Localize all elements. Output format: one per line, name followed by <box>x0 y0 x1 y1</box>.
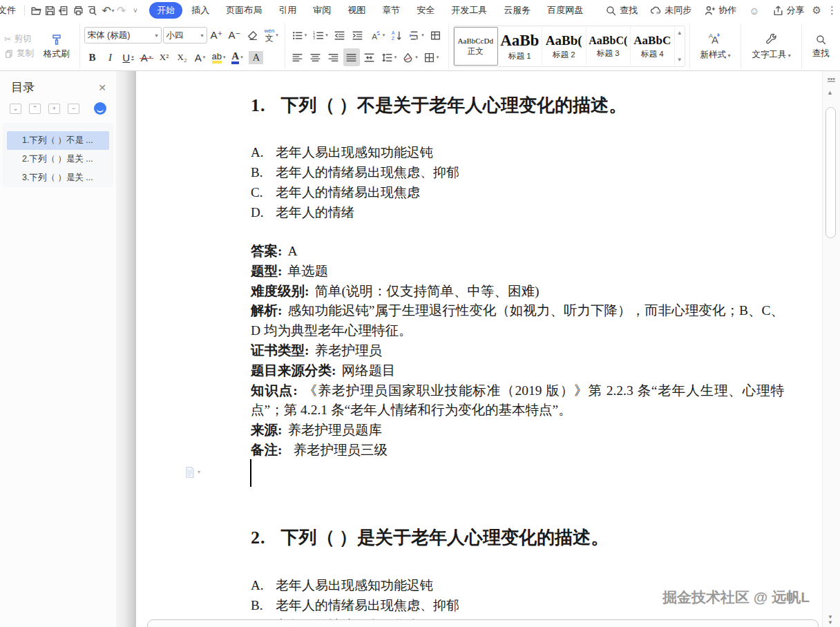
tab-insert[interactable]: 插入 <box>184 2 217 19</box>
cut-button[interactable]: ✂剪切 <box>4 33 34 45</box>
find-button[interactable]: 查找 <box>600 4 642 17</box>
svg-text:A: A <box>709 32 713 39</box>
format-painter-button[interactable]: 格式刷 <box>38 33 75 60</box>
tab-home[interactable]: 开始 <box>149 2 182 19</box>
style-heading3[interactable]: AaBbC(标题 3 <box>586 27 631 66</box>
file-menu[interactable]: 文件 <box>0 4 20 17</box>
option-row: B.老年人的情绪易出现焦虑、抑郁 <box>251 162 790 182</box>
align-right-button[interactable] <box>325 48 342 66</box>
format-painter-icon <box>50 33 64 47</box>
borders-button[interactable] <box>421 48 441 66</box>
char-border-button[interactable]: A <box>192 48 209 66</box>
scroll-down-icons[interactable]: ▼▼ <box>828 615 833 626</box>
numbered-list-button[interactable]: 123 <box>310 26 330 44</box>
justify-icon <box>345 52 357 64</box>
meta-row: 题目来源分类:网络题目 <box>251 361 784 381</box>
copy-button[interactable]: 复制 <box>4 48 34 59</box>
tab-review[interactable]: 审阅 <box>305 2 338 19</box>
style-heading4[interactable]: AaBbC标题 4 <box>631 27 675 66</box>
scroll-up-icon[interactable]: ▲ <box>827 89 833 96</box>
expand-all-icon[interactable]: ⌄ <box>10 104 21 114</box>
tab-view[interactable]: 视图 <box>340 2 373 19</box>
vertical-scrollbar[interactable]: ▲ ▼▼ <box>822 71 840 627</box>
text-tool-button[interactable]: 文字工具 ▾ <box>745 32 796 61</box>
tab-cloud-service[interactable]: 云服务 <box>496 2 538 19</box>
insert-table-icon[interactable] <box>428 26 444 44</box>
style-heading1[interactable]: AaBb标题 1 <box>498 27 542 66</box>
style-normal[interactable]: AaBbCcDd正文 <box>454 27 498 66</box>
tab-page-layout[interactable]: 页面布局 <box>218 2 269 19</box>
grow-font-button[interactable]: A⁺ <box>209 26 225 44</box>
toc-item-2[interactable]: 2.下列（ ）是关 ... <box>7 150 109 168</box>
output-icon[interactable] <box>57 3 71 18</box>
sync-status[interactable]: 未同步 <box>645 4 696 17</box>
zoom-out-icon[interactable]: − <box>68 104 79 114</box>
highlight-color-button[interactable]: ab <box>210 48 228 66</box>
shrink-font-button[interactable]: A⁻ <box>227 26 243 44</box>
redo-icon[interactable]: ↷ <box>114 3 128 18</box>
shading-button[interactable] <box>400 48 420 66</box>
toc-item-1[interactable]: 1.下列（ ）不是 ... <box>7 131 109 150</box>
strikethrough-button[interactable]: A <box>138 48 155 66</box>
bold-button[interactable]: B <box>84 48 101 66</box>
superscript-button[interactable]: X² <box>156 48 173 66</box>
zoom-in-icon[interactable]: + <box>48 104 60 114</box>
cloud-sync-icon <box>650 5 662 17</box>
increase-indent-button[interactable] <box>350 26 366 44</box>
new-style-button[interactable]: AA 新样式 ▾ <box>694 32 737 61</box>
font-size-select[interactable]: 小四▾ <box>163 27 207 44</box>
paragraph-tool-button[interactable]: ▾ <box>184 466 200 479</box>
collaborate-button[interactable]: 协作 <box>699 4 741 17</box>
tab-baidu-netdisk[interactable]: 百度网盘 <box>540 2 591 19</box>
sort-button[interactable]: AZ <box>388 26 405 44</box>
distribute-button[interactable] <box>361 48 378 66</box>
styles-scroll-down-icon[interactable]: ▼ <box>677 57 682 63</box>
clear-format-button[interactable] <box>245 26 261 44</box>
wrench-icon <box>764 32 779 47</box>
feedback-smiley-icon[interactable]: ☺ <box>744 5 764 17</box>
font-color-button[interactable]: A <box>229 48 245 66</box>
scrollbar-thumb[interactable] <box>825 107 836 238</box>
pinyin-guide-button[interactable]: wén文 <box>262 26 280 44</box>
align-center-button[interactable] <box>307 48 324 66</box>
ai-assistant-icon[interactable] <box>94 102 106 115</box>
horizontal-scrollbar[interactable] <box>147 619 819 627</box>
style-heading2[interactable]: AaBb(标题 2 <box>542 27 586 66</box>
close-icon[interactable]: ✕ <box>98 82 106 93</box>
show-marks-button[interactable] <box>406 26 426 44</box>
main-area: 目录 ✕ ⌄ ⌃ + − 1.下列（ ）不是 ... 2.下列（ ）是关 ...… <box>0 71 840 627</box>
sort-az-icon: AZ <box>391 30 403 41</box>
underline-button[interactable]: U <box>120 48 137 66</box>
question-1-options: A.老年人易出现感知功能迟钝 B.老年人的情绪易出现焦虑、抑郁 C.老年人的情绪… <box>251 142 790 222</box>
italic-button[interactable]: I <box>102 48 119 66</box>
share-button[interactable]: 分享 <box>767 4 810 17</box>
find-group: 查找 <box>801 23 834 69</box>
font-name-select[interactable]: 宋体 (标题)▾ <box>84 27 162 44</box>
tab-section[interactable]: 章节 <box>374 2 408 19</box>
toolbar-more-icon[interactable]: ˅ <box>128 3 142 18</box>
settings-gear-icon[interactable]: ⚙ <box>812 4 821 17</box>
more-menu-icon[interactable]: ⋮ <box>824 4 840 17</box>
justify-button[interactable] <box>343 48 360 66</box>
align-left-button[interactable] <box>289 48 306 66</box>
styles-scroll-up-icon[interactable]: ▲ <box>677 30 682 36</box>
tab-dev-tools[interactable]: 开发工具 <box>443 2 495 19</box>
collapse-all-icon[interactable]: ⌃ <box>29 104 41 114</box>
meta-row: 知识点:《养老护理员国家职业技能标准（2019 版）》第 2.2.3 条“老年人… <box>251 381 784 421</box>
tab-references[interactable]: 引用 <box>271 2 304 19</box>
ribbon-find-button[interactable]: 查找 <box>806 34 830 59</box>
save-icon[interactable] <box>43 3 57 18</box>
subscript-button[interactable]: X₂ <box>174 48 191 66</box>
ruler-toggle-icon[interactable] <box>825 74 837 86</box>
tab-security[interactable]: 安全 <box>409 2 442 19</box>
open-icon[interactable] <box>29 3 43 18</box>
document-page[interactable]: 1.下列（ ）不是关于老年人心理变化的描述。 A.老年人易出现感知功能迟钝 B.… <box>136 71 822 627</box>
bullet-list-button[interactable] <box>289 26 309 44</box>
toc-item-3[interactable]: 3.下列（ ）是关 ... <box>7 168 109 187</box>
char-shading-button[interactable]: A <box>247 48 265 66</box>
print-preview-icon[interactable] <box>86 3 99 18</box>
line-spacing-button[interactable] <box>379 48 399 66</box>
decrease-indent-button[interactable] <box>332 26 348 44</box>
text-effects-button[interactable]: A <box>368 26 388 44</box>
print-icon[interactable] <box>71 3 85 18</box>
